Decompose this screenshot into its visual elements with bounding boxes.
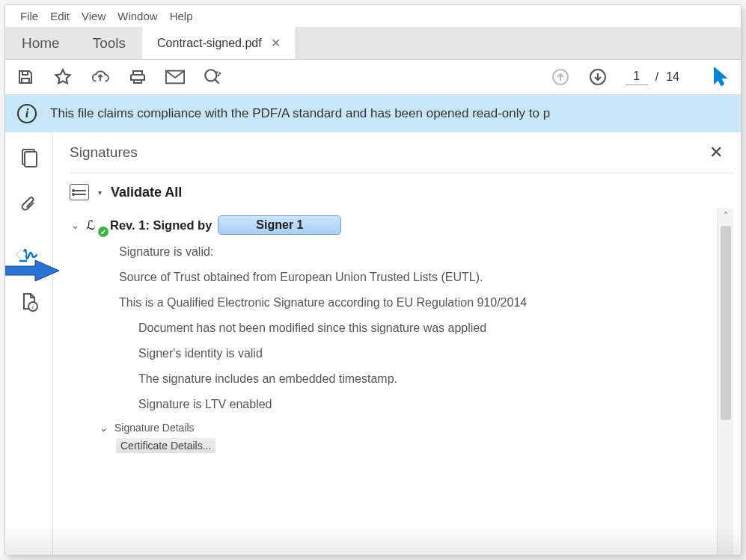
close-tab-icon[interactable]: ✕ xyxy=(271,36,281,50)
svg-marker-8 xyxy=(5,260,59,281)
line-valid: Signature is valid: xyxy=(119,245,715,259)
panel-close-icon[interactable]: ✕ xyxy=(709,143,727,162)
tab-bar: Home Tools Contract-signed.pdf ✕ xyxy=(5,27,741,60)
tab-tools[interactable]: Tools xyxy=(76,27,142,59)
svg-point-3 xyxy=(218,73,221,75)
menu-edit[interactable]: Edit xyxy=(50,10,70,22)
menu-view[interactable]: View xyxy=(82,10,106,22)
zoom-icon[interactable] xyxy=(203,67,222,87)
signature-rev-row[interactable]: ⌄ ℒ ✓ Rev. 1: Signed by Signer 1 xyxy=(70,215,715,235)
page-total: 14 xyxy=(666,70,679,84)
attachments-icon[interactable] xyxy=(18,195,40,218)
panel-options-icon[interactable] xyxy=(70,184,89,200)
svg-point-2 xyxy=(216,71,218,73)
thumbnails-icon[interactable] xyxy=(18,147,40,170)
info-icon: i xyxy=(17,104,37,123)
tab-document-label: Contract-signed.pdf xyxy=(157,37,262,50)
page-indicator: 1 / 14 xyxy=(626,70,679,85)
page-current-input[interactable]: 1 xyxy=(626,70,648,85)
pdfa-banner-text: This file claims compliance with the PDF… xyxy=(50,106,550,121)
menu-file[interactable]: File xyxy=(20,10,38,22)
line-timestamp: The signature includes an embedded times… xyxy=(119,372,715,386)
app-window: File Edit View Window Help Home Tools Co… xyxy=(4,4,742,556)
star-icon[interactable] xyxy=(53,67,73,87)
scroll-up-icon[interactable]: ˄ xyxy=(718,208,733,224)
checkmark-badge-icon: ✓ xyxy=(98,227,108,237)
print-icon[interactable] xyxy=(128,67,147,87)
line-identity: Signer's identity is valid xyxy=(119,347,715,360)
pdfa-info-banner: i This file claims compliance with the P… xyxy=(5,95,741,132)
certificate-details-link[interactable]: Certificate Details... xyxy=(116,438,215,453)
chevron-down-icon[interactable]: ⌄ xyxy=(70,220,80,231)
signature-details-label: Signature Details xyxy=(114,422,195,434)
signature-detail-lines: Signature is valid: Source of Trust obta… xyxy=(70,245,715,411)
toolbar: 1 / 14 xyxy=(5,60,741,95)
signatures-panel: Signatures ✕ ▾ Validate All ⌄ ℒ xyxy=(53,132,741,555)
left-nav-rail: i xyxy=(5,132,53,555)
panel-options-caret-icon[interactable]: ▾ xyxy=(98,188,102,197)
svg-marker-7 xyxy=(715,68,726,85)
cloud-upload-icon[interactable] xyxy=(91,67,110,87)
signer-badge[interactable]: Signer 1 xyxy=(218,215,341,235)
svg-rect-10 xyxy=(25,152,37,167)
page-down-icon[interactable] xyxy=(588,67,608,87)
signature-tree: ⌄ ℒ ✓ Rev. 1: Signed by Signer 1 Signatu… xyxy=(70,208,733,555)
menu-help[interactable]: Help xyxy=(170,10,193,22)
panel-scrollbar[interactable]: ˄ xyxy=(717,208,733,555)
scroll-thumb[interactable] xyxy=(721,226,731,420)
annotation-arrow-icon xyxy=(5,259,61,282)
signature-icon: ℒ ✓ xyxy=(86,218,104,233)
tab-document[interactable]: Contract-signed.pdf ✕ xyxy=(142,27,296,59)
save-icon[interactable] xyxy=(16,67,35,87)
file-info-icon[interactable]: i xyxy=(18,291,40,313)
rev-label: Rev. 1: Signed by xyxy=(110,218,212,233)
signature-details-row[interactable]: ⌄ Signature Details xyxy=(70,422,715,434)
panel-title: Signatures xyxy=(70,144,138,161)
selection-cursor-icon[interactable] xyxy=(711,67,730,87)
page-up-icon[interactable] xyxy=(551,67,570,87)
line-source: Source of Trust obtained from European U… xyxy=(119,271,715,284)
line-qes: This is a Qualified Electronic Signature… xyxy=(119,296,715,310)
mail-icon[interactable] xyxy=(165,67,185,87)
svg-point-1 xyxy=(205,70,216,81)
line-not-modified: Document has not been modified since thi… xyxy=(119,321,715,335)
line-ltv: Signature is LTV enabled xyxy=(119,398,715,411)
chevron-down-icon[interactable]: ⌄ xyxy=(98,422,108,434)
menu-bar: File Edit View Window Help xyxy=(5,5,741,27)
validate-all-button[interactable]: Validate All xyxy=(111,185,182,200)
menu-window[interactable]: Window xyxy=(117,10,157,22)
tab-home[interactable]: Home xyxy=(5,27,76,59)
body-area: i Signatures ✕ ▾ Validate All xyxy=(5,132,741,555)
svg-point-4 xyxy=(218,75,220,77)
page-separator: / xyxy=(655,70,658,84)
